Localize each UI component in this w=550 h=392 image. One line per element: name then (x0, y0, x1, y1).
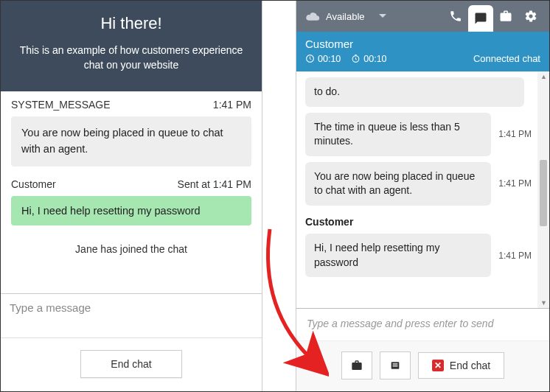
agent-message-input[interactable]: Type a message and press enter to send (296, 308, 549, 340)
message-sender: SYSTEM_MESSAGE (11, 99, 111, 111)
customer-message-list: SYSTEM_MESSAGE 1:41 PM You are now being… (1, 91, 262, 293)
banner-subtitle: This is an example of how customers expe… (15, 43, 247, 72)
system-message-bubble: You are now being placed in queue to cha… (11, 116, 251, 167)
banner-title: Hi there! (15, 14, 247, 33)
session-timer-2: 00:10 (351, 54, 386, 64)
message-sender: Customer (11, 178, 56, 190)
message-time: 1:41 PM (213, 99, 251, 111)
scroll-down-icon[interactable]: ▼ (540, 299, 547, 307)
end-chat-label: End chat (450, 360, 490, 371)
message-bubble: to do. (305, 77, 524, 107)
scrollbar-thumb[interactable] (540, 160, 547, 226)
agent-message-list: to do. The time in queue is less than 5 … (296, 71, 549, 308)
contact-card-icon (389, 360, 402, 371)
briefcase-icon (350, 360, 363, 371)
message-time: 1:41 PM (491, 129, 532, 139)
message-time: Sent at 1:41 PM (178, 178, 251, 190)
chevron-down-icon (378, 13, 387, 19)
connection-status: Connected chat (473, 53, 540, 64)
message-bubble: The time in queue is less than 5 minutes… (305, 113, 491, 156)
clock-icon (305, 54, 315, 63)
transfer-button[interactable] (341, 351, 372, 379)
message-time: 1:41 PM (491, 178, 532, 189)
svg-rect-4 (393, 365, 398, 366)
scroll-up-icon[interactable]: ▲ (540, 73, 547, 80)
end-chat-button[interactable]: ✕ End chat (418, 352, 504, 379)
scrollbar[interactable]: ▲ ▼ (537, 71, 549, 308)
welcome-banner: Hi there! This is an example of how cust… (1, 1, 262, 91)
end-chat-button[interactable]: End chat (80, 350, 181, 378)
customer-name: Customer (305, 38, 540, 50)
chat-session-header: Customer 00:10 00:10 Connected chat (296, 32, 549, 71)
customer-chat-panel: Hi there! This is an example of how cust… (1, 1, 262, 391)
phone-icon[interactable] (443, 1, 468, 32)
gear-icon[interactable] (518, 1, 543, 32)
customer-message-bubble: Hi, I need help resetting my password (11, 196, 251, 225)
contact-button[interactable] (380, 351, 411, 379)
panel-gap (262, 1, 296, 391)
message-time: 1:41 PM (491, 251, 532, 261)
agent-topbar: Available (296, 1, 549, 32)
availability-selector[interactable]: Available (305, 11, 387, 22)
session-timer-1: 00:10 (305, 54, 341, 64)
message-sender: Customer (296, 209, 537, 231)
agent-chat-panel: Available (296, 1, 549, 391)
stopwatch-icon (351, 54, 361, 63)
customer-message-input[interactable]: Type a message (1, 293, 262, 337)
briefcase-icon[interactable] (493, 1, 518, 32)
customer-message-bubble: Hi, I need help resetting my password (305, 234, 491, 277)
message-bubble: You are now being placed in queue to cha… (305, 162, 491, 206)
availability-label: Available (326, 11, 365, 22)
agent-joined-notice: Jane has joined the chat (1, 230, 262, 264)
cloud-icon (305, 11, 320, 21)
close-icon: ✕ (432, 360, 444, 371)
svg-rect-3 (393, 363, 398, 364)
agent-footer-toolbar: ✕ End chat (296, 340, 549, 391)
chat-icon[interactable] (468, 5, 493, 32)
